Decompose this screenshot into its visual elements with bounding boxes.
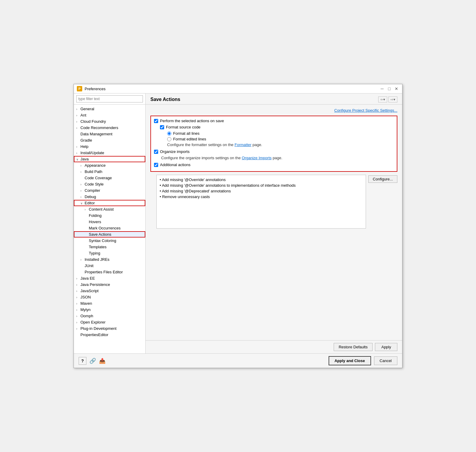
footer-bar: ? 🔗 📤 Apply and Close Cancel bbox=[74, 353, 402, 368]
sidebar-item-mark-occurrences[interactable]: Mark Occurrences bbox=[74, 225, 145, 231]
sidebar-item-java-ee[interactable]: ›Java EE bbox=[74, 275, 145, 281]
chevron-icon bbox=[76, 133, 80, 136]
organize-suffix: page. bbox=[273, 156, 283, 160]
restore-defaults-button[interactable]: Restore Defaults bbox=[334, 343, 373, 351]
chevron-icon bbox=[76, 139, 80, 142]
sidebar-item-data-management[interactable]: Data Management bbox=[74, 131, 145, 137]
export-icon[interactable]: 📤 bbox=[99, 358, 106, 364]
sidebar-item-folding[interactable]: Folding bbox=[74, 212, 145, 219]
right-panel: Save Actions ⇦▾ ⇨▾ Configure Project Spe… bbox=[146, 94, 402, 353]
cancel-button[interactable]: Cancel bbox=[374, 356, 397, 365]
chevron-icon: › bbox=[76, 283, 80, 286]
configure-button[interactable]: Configure... bbox=[368, 175, 397, 183]
additional-actions-checkbox[interactable] bbox=[154, 163, 158, 167]
sidebar: ›General ›Ant ›Cloud Foundry ›Code Recom… bbox=[74, 94, 146, 353]
organize-imports-link[interactable]: Organize Imports bbox=[242, 156, 272, 160]
configure-project-link[interactable]: Configure Project Specific Settings... bbox=[334, 108, 397, 113]
sidebar-item-build-path[interactable]: ›Build Path bbox=[74, 168, 145, 175]
bottom-bar: Restore Defaults Apply bbox=[146, 340, 402, 353]
perform-actions-checkbox[interactable] bbox=[154, 119, 158, 123]
sidebar-item-typing[interactable]: Typing bbox=[74, 250, 145, 256]
formatter-suffix: page. bbox=[252, 143, 262, 147]
sidebar-item-appearance[interactable]: ›Appearance bbox=[74, 162, 145, 168]
chevron-icon: › bbox=[76, 321, 80, 324]
chevron-icon bbox=[85, 252, 89, 255]
sidebar-item-code-recommenders[interactable]: ›Code Recommenders bbox=[74, 125, 145, 131]
chevron-icon bbox=[85, 239, 89, 243]
chevron-icon: › bbox=[76, 126, 80, 130]
apply-and-close-button[interactable]: Apply and Close bbox=[329, 356, 371, 365]
sidebar-item-javascript[interactable]: ›JavaScript bbox=[74, 288, 145, 294]
formatter-link[interactable]: Formatter bbox=[234, 143, 251, 147]
config-link-area: Configure Project Specific Settings... bbox=[150, 108, 397, 113]
chevron-icon: › bbox=[76, 120, 80, 123]
sidebar-item-junit[interactable]: JUnit bbox=[74, 263, 145, 269]
chevron-icon bbox=[80, 271, 85, 274]
forward-button[interactable]: ⇨▾ bbox=[388, 96, 397, 102]
sidebar-item-content-assist[interactable]: ›Content Assist bbox=[74, 206, 145, 212]
sidebar-item-general[interactable]: ›General bbox=[74, 106, 145, 112]
format-all-label: Format all lines bbox=[173, 131, 199, 136]
tree-area: ›General ›Ant ›Cloud Foundry ›Code Recom… bbox=[74, 105, 145, 353]
back-button[interactable]: ⇦▾ bbox=[378, 96, 387, 102]
chevron-icon: › bbox=[76, 145, 80, 148]
action-item-4: Remove unnecessary casts bbox=[160, 194, 363, 200]
chevron-icon: › bbox=[80, 164, 85, 167]
sidebar-item-templates[interactable]: Templates bbox=[74, 244, 145, 250]
maximize-button[interactable]: □ bbox=[387, 86, 392, 91]
sidebar-item-gradle[interactable]: Gradle bbox=[74, 137, 145, 143]
chevron-icon: › bbox=[80, 258, 85, 261]
sidebar-item-code-coverage[interactable]: Code Coverage bbox=[74, 175, 145, 181]
chevron-icon: › bbox=[76, 151, 80, 155]
minimize-button[interactable]: ─ bbox=[379, 86, 385, 91]
sidebar-item-mylyn[interactable]: ›Mylyn bbox=[74, 307, 145, 313]
sidebar-item-install-update[interactable]: ›Install/Update bbox=[74, 150, 145, 156]
sidebar-item-open-explorer[interactable]: ›Open Explorer bbox=[74, 319, 145, 325]
sidebar-item-installed-jres[interactable]: ›Installed JREs bbox=[74, 256, 145, 263]
linked-icon[interactable]: 🔗 bbox=[89, 358, 96, 364]
sidebar-item-properties-editor[interactable]: PropertiesEditor bbox=[74, 332, 145, 338]
chevron-icon: › bbox=[76, 108, 80, 111]
sidebar-item-json[interactable]: ›JSON bbox=[74, 294, 145, 300]
search-input[interactable] bbox=[76, 95, 143, 102]
formatter-prefix: Configure the formatter settings on the bbox=[167, 143, 234, 147]
panel-nav: ⇦▾ ⇨▾ bbox=[378, 96, 397, 102]
sidebar-item-hovers[interactable]: Hovers bbox=[74, 219, 145, 225]
organize-imports-checkbox[interactable] bbox=[154, 150, 158, 154]
sidebar-item-java[interactable]: ∨Java bbox=[74, 156, 145, 162]
chevron-icon: ∨ bbox=[80, 202, 85, 205]
main-settings-box: Perform the selected actions on save For… bbox=[150, 116, 397, 172]
sidebar-item-cloud-foundry[interactable]: ›Cloud Foundry bbox=[74, 118, 145, 125]
actions-list-ul: Add missing '@Override' annotations Add … bbox=[160, 177, 363, 200]
sidebar-item-ant[interactable]: ›Ant bbox=[74, 112, 145, 118]
chevron-icon: › bbox=[80, 195, 85, 199]
actions-list-container: Add missing '@Override' annotations Add … bbox=[156, 175, 366, 229]
chevron-icon: › bbox=[80, 183, 85, 186]
chevron-icon: › bbox=[85, 208, 89, 211]
panel-body: Configure Project Specific Settings... P… bbox=[146, 105, 402, 340]
apply-button[interactable]: Apply bbox=[375, 343, 397, 351]
sidebar-item-maven[interactable]: ›Maven bbox=[74, 300, 145, 307]
format-source-checkbox[interactable] bbox=[160, 125, 164, 129]
actions-area: Add missing '@Override' annotations Add … bbox=[150, 175, 397, 229]
sidebar-item-properties-files-editor[interactable]: Properties Files Editor bbox=[74, 269, 145, 275]
sidebar-item-debug[interactable]: ›Debug bbox=[74, 194, 145, 200]
chevron-icon bbox=[85, 233, 89, 236]
sidebar-item-plug-in-development[interactable]: ›Plug-in Development bbox=[74, 325, 145, 332]
chevron-icon bbox=[80, 177, 85, 180]
format-all-radio[interactable] bbox=[167, 131, 171, 136]
sidebar-item-editor[interactable]: ∨Editor bbox=[74, 200, 145, 206]
sidebar-item-code-style[interactable]: ›Code Style bbox=[74, 181, 145, 187]
help-button[interactable]: ? bbox=[79, 357, 86, 365]
close-button[interactable]: ✕ bbox=[394, 86, 399, 91]
sidebar-item-save-actions[interactable]: Save Actions bbox=[74, 231, 145, 238]
window-title: Preferences bbox=[85, 87, 377, 91]
sidebar-item-oomph[interactable]: ›Oomph bbox=[74, 313, 145, 319]
format-edited-radio[interactable] bbox=[167, 137, 171, 141]
sidebar-item-java-persistence[interactable]: ›Java Persistence bbox=[74, 281, 145, 288]
sidebar-item-compiler[interactable]: ›Compiler bbox=[74, 187, 145, 194]
sidebar-item-help[interactable]: ›Help bbox=[74, 143, 145, 150]
chevron-icon: › bbox=[76, 315, 80, 318]
sidebar-item-syntax-coloring[interactable]: Syntax Coloring bbox=[74, 238, 145, 244]
chevron-icon: › bbox=[76, 308, 80, 312]
